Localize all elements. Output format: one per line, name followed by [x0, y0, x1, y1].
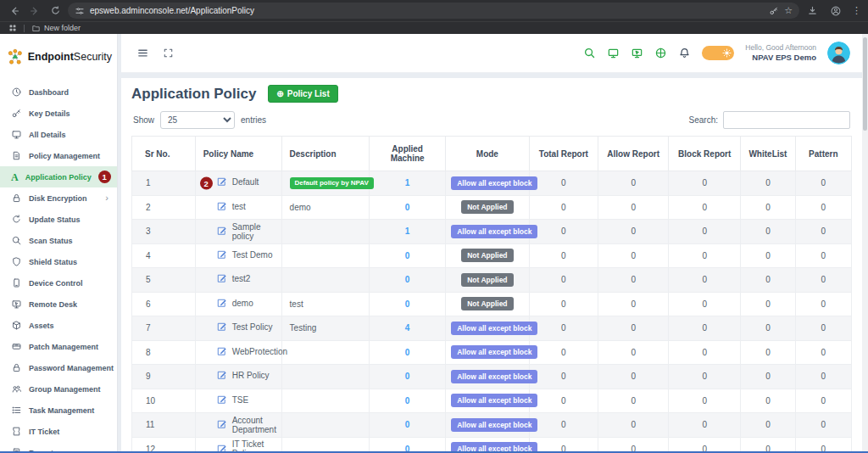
entries-select[interactable]: 25: [160, 111, 235, 129]
applied-machine-link[interactable]: 0: [405, 275, 410, 284]
column-header-description[interactable]: Description: [281, 137, 370, 171]
column-header-block-report[interactable]: Block Report: [669, 137, 741, 171]
edit-policy-icon[interactable]: [216, 226, 227, 237]
main-content: Application Policy ⊕ Policy List Show 25…: [121, 78, 862, 453]
sidebar-item-application-policy[interactable]: AApplication Policy1: [0, 166, 117, 187]
cell-policy-name: demo: [195, 292, 281, 316]
edit-policy-icon[interactable]: [216, 298, 227, 309]
bookmark-new-folder[interactable]: New folder: [31, 24, 81, 33]
applied-machine-link[interactable]: 0: [405, 420, 410, 429]
cell-description: [281, 413, 370, 438]
column-header-policy-name[interactable]: Policy Name: [195, 137, 281, 171]
download-icon[interactable]: [804, 4, 820, 18]
applied-machine-link[interactable]: 1: [405, 226, 410, 236]
cell-applied-machine: 4: [370, 316, 446, 341]
apps-grid-icon[interactable]: [8, 24, 17, 32]
sidebar-item-update-status[interactable]: Update Status: [0, 209, 117, 230]
cell-block-report: 0: [669, 268, 741, 293]
sidebar-item-password-management[interactable]: Password Management: [0, 357, 117, 378]
forward-icon[interactable]: [27, 4, 42, 18]
cell-allow-report: 0: [598, 340, 669, 365]
applied-machine-link[interactable]: 0: [405, 396, 410, 405]
applied-machine-link[interactable]: 0: [405, 372, 410, 381]
browser-menu-icon[interactable]: ⋮: [852, 5, 861, 16]
applied-machine-link[interactable]: 0: [405, 348, 410, 357]
column-header-applied-machine[interactable]: Applied Machine: [370, 137, 446, 171]
reload-icon[interactable]: [47, 4, 63, 18]
sidebar-item-all-details[interactable]: All Details: [0, 124, 117, 145]
sidebar-item-group-management[interactable]: Group Management: [0, 378, 117, 400]
logo[interactable]: EndpointSecurity: [0, 34, 117, 78]
edit-policy-icon[interactable]: [216, 249, 227, 260]
cell-allow-report: 0: [598, 220, 669, 244]
profile-icon[interactable]: [828, 4, 843, 18]
bookmark-star-icon[interactable]: ☆: [784, 5, 793, 16]
column-header-mode[interactable]: Mode: [446, 137, 529, 171]
cell-pattern: 0: [795, 171, 851, 196]
applied-machine-link[interactable]: 1: [405, 178, 410, 187]
policy-name-text: Default: [232, 177, 259, 187]
remote-access-icon[interactable]: [631, 47, 643, 59]
sidebar-item-policy-management[interactable]: Policy Management: [0, 145, 117, 166]
edit-policy-icon[interactable]: [216, 201, 227, 212]
sidebar-item-shield-status[interactable]: Shield Status: [0, 251, 117, 272]
cell-sr-no: 10: [132, 389, 196, 413]
sidebar-item-it-ticket[interactable]: IT Ticket: [0, 421, 117, 442]
hamburger-menu-icon[interactable]: [133, 47, 152, 59]
monitor-icon[interactable]: [607, 47, 620, 59]
cell-mode: Not Applied: [446, 268, 529, 293]
sidebar-item-scan-status[interactable]: Scan Status: [0, 230, 117, 251]
cell-pattern: 0: [795, 220, 851, 244]
edit-policy-icon[interactable]: [216, 273, 227, 284]
annotation-badge-1: 1: [98, 171, 111, 183]
globe-icon[interactable]: [654, 47, 667, 59]
sidebar-item-key-details[interactable]: Key Details: [0, 103, 117, 124]
column-header-allow-report[interactable]: Allow Report: [598, 137, 669, 171]
sidebar-item-dashboard[interactable]: Dashboard: [0, 81, 117, 103]
sidebar-item-label: Disk Encryption: [29, 194, 87, 203]
cell-pattern: 0: [795, 316, 851, 341]
sidebar-item-patch-management[interactable]: Patch Management: [0, 336, 117, 357]
edit-policy-icon[interactable]: [216, 394, 227, 405]
policy-list-button[interactable]: ⊕ Policy List: [268, 85, 337, 103]
avatar[interactable]: [827, 42, 850, 64]
edit-policy-icon[interactable]: [216, 346, 227, 357]
edit-policy-icon[interactable]: [216, 419, 227, 430]
chevron-right-icon: ›: [105, 193, 112, 203]
edit-policy-icon[interactable]: [216, 370, 227, 381]
sidebar-item-assets[interactable]: Assets: [0, 315, 117, 336]
applied-machine-link[interactable]: 0: [405, 203, 410, 212]
applied-machine-link[interactable]: 4: [405, 323, 410, 333]
fullscreen-icon[interactable]: [159, 48, 177, 59]
cell-applied-machine: 0: [370, 292, 446, 316]
site-settings-icon[interactable]: [75, 6, 85, 16]
url-bar[interactable]: epsweb.adminconsole.net/ApplicationPolic…: [68, 3, 799, 19]
cell-policy-name: test: [195, 195, 281, 220]
policy-name-text: Test Policy: [232, 322, 273, 332]
password-manager-icon[interactable]: [769, 6, 779, 16]
search-label: Search:: [689, 115, 718, 125]
theme-toggle[interactable]: [702, 46, 734, 60]
column-header-sr-no-[interactable]: Sr No.: [132, 137, 196, 171]
edit-policy-icon[interactable]: [216, 176, 227, 187]
page-scrollbar[interactable]: [862, 34, 868, 453]
column-header-total-report[interactable]: Total Report: [529, 137, 598, 171]
column-header-pattern[interactable]: Pattern: [795, 137, 851, 171]
cell-sr-no: 4: [132, 243, 196, 268]
search-icon[interactable]: [583, 47, 596, 59]
sidebar-item-disk-encryption[interactable]: Disk Encryption›: [0, 187, 117, 209]
sidebar-item-device-control[interactable]: Device Control: [0, 272, 117, 294]
sidebar-item-remote-desk[interactable]: Remote Desk: [0, 294, 117, 315]
column-header-whitelist[interactable]: WhiteList: [741, 137, 796, 171]
lock-icon: [11, 193, 22, 204]
sidebar-item-task-management[interactable]: Task Management: [0, 400, 117, 421]
applied-machine-link[interactable]: 0: [405, 299, 410, 309]
applied-machine-link[interactable]: 0: [405, 251, 410, 260]
back-icon[interactable]: [7, 4, 22, 18]
cell-mode: Allow all except block: [446, 171, 529, 196]
search-input[interactable]: [723, 111, 850, 129]
cell-total-report: 0: [529, 316, 598, 341]
bell-icon[interactable]: [678, 47, 691, 59]
edit-policy-icon[interactable]: [216, 322, 227, 333]
scrollbar-thumb[interactable]: [863, 37, 867, 131]
